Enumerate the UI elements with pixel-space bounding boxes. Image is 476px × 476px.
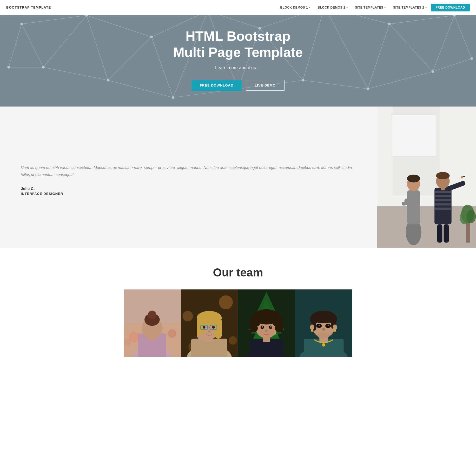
chevron-down-icon: ▾ bbox=[425, 6, 427, 9]
chevron-down-icon: ▾ bbox=[309, 6, 310, 9]
svg-point-85 bbox=[148, 310, 156, 319]
svg-point-111 bbox=[197, 334, 206, 340]
svg-rect-86 bbox=[149, 335, 155, 340]
about-left: Nam ac quam eu nibh varius consectetur. … bbox=[0, 107, 377, 248]
svg-point-161 bbox=[322, 328, 325, 331]
navbar-nav: BLOCK DEMOS 1 ▾ BLOCK DEMOS 2 ▾ SITE TEM… bbox=[277, 4, 470, 11]
svg-point-159 bbox=[319, 325, 320, 326]
about-person-name: Julie C. bbox=[21, 186, 362, 191]
svg-point-48 bbox=[470, 57, 473, 60]
svg-point-38 bbox=[388, 23, 391, 25]
hero-subtitle: Learn more about us.... bbox=[173, 65, 303, 70]
nav-block-demos-2[interactable]: BLOCK DEMOS 2 ▾ bbox=[315, 4, 351, 11]
team-grid bbox=[124, 289, 352, 357]
about-image-svg bbox=[377, 107, 476, 248]
navbar-brand[interactable]: BOOTSTRAP TEMPLATE bbox=[6, 5, 51, 9]
about-quote: Nam ac quam eu nibh varius consectetur. … bbox=[21, 164, 362, 178]
svg-point-151 bbox=[310, 314, 318, 324]
nav-site-templates-2[interactable]: SITE TEMPLATES 2 ▾ bbox=[390, 4, 430, 11]
hero-live-demo-button[interactable]: LIVE DEMO bbox=[246, 80, 285, 91]
svg-rect-64 bbox=[434, 195, 451, 197]
team-member-2 bbox=[181, 289, 238, 357]
svg-rect-73 bbox=[441, 186, 445, 190]
team-section: Our team bbox=[0, 248, 476, 367]
svg-point-108 bbox=[203, 326, 206, 329]
svg-point-156 bbox=[334, 330, 336, 332]
svg-rect-74 bbox=[466, 222, 470, 243]
svg-point-46 bbox=[431, 70, 434, 73]
svg-point-42 bbox=[172, 96, 174, 99]
svg-point-145 bbox=[322, 343, 325, 347]
svg-point-94 bbox=[229, 336, 237, 345]
svg-point-47 bbox=[7, 66, 10, 69]
about-image bbox=[377, 107, 476, 248]
svg-point-72 bbox=[436, 172, 449, 179]
svg-point-45 bbox=[367, 88, 369, 90]
svg-point-139 bbox=[270, 326, 272, 327]
svg-rect-63 bbox=[434, 191, 451, 193]
team-member-4 bbox=[295, 289, 352, 357]
nav-block-demos-1[interactable]: BLOCK DEMOS 1 ▾ bbox=[277, 4, 314, 11]
hero-free-download-button[interactable]: FREE DOWNLOAD bbox=[191, 80, 242, 91]
hero-content: HTML Bootstrap Multi Page Template Learn… bbox=[173, 28, 303, 91]
svg-point-133 bbox=[253, 311, 262, 320]
svg-point-32 bbox=[20, 23, 23, 25]
nav-site-templates[interactable]: SITE TEMPLATES ▾ bbox=[352, 4, 389, 11]
svg-rect-62 bbox=[434, 188, 451, 224]
svg-point-41 bbox=[107, 79, 109, 82]
svg-rect-55 bbox=[407, 190, 420, 224]
navbar: BOOTSTRAP TEMPLATE BLOCK DEMOS 1 ▾ BLOCK… bbox=[0, 0, 476, 15]
svg-rect-67 bbox=[434, 208, 451, 210]
svg-rect-65 bbox=[434, 199, 451, 201]
svg-point-88 bbox=[168, 329, 176, 338]
svg-point-154 bbox=[333, 325, 337, 330]
svg-point-57 bbox=[407, 175, 420, 182]
svg-point-110 bbox=[208, 330, 211, 332]
hero-section: HTML Bootstrap Multi Page Template Learn… bbox=[0, 15, 476, 107]
svg-rect-61 bbox=[444, 224, 449, 243]
team-section-title: Our team bbox=[5, 266, 471, 279]
svg-point-109 bbox=[212, 326, 215, 329]
svg-point-153 bbox=[310, 325, 314, 330]
svg-point-160 bbox=[328, 325, 329, 326]
svg-point-138 bbox=[262, 326, 263, 327]
team-member-1 bbox=[124, 289, 181, 357]
svg-point-155 bbox=[311, 330, 313, 332]
nav-free-download-button[interactable]: FREE DOWNLOAD bbox=[431, 4, 470, 11]
svg-point-152 bbox=[329, 314, 337, 324]
hero-title: HTML Bootstrap Multi Page Template bbox=[173, 28, 303, 61]
svg-rect-53 bbox=[377, 206, 476, 248]
svg-point-162 bbox=[317, 332, 330, 339]
svg-point-134 bbox=[271, 311, 280, 320]
hero-buttons: FREE DOWNLOAD LIVE DEMO bbox=[173, 80, 303, 91]
svg-point-87 bbox=[129, 332, 139, 342]
chevron-down-icon: ▾ bbox=[346, 6, 348, 9]
svg-point-132 bbox=[275, 324, 283, 332]
svg-rect-66 bbox=[434, 203, 451, 206]
svg-point-135 bbox=[262, 309, 271, 318]
svg-point-89 bbox=[124, 339, 131, 346]
svg-point-140 bbox=[265, 330, 268, 332]
svg-point-40 bbox=[42, 66, 45, 69]
svg-point-93 bbox=[183, 311, 193, 321]
svg-point-92 bbox=[219, 295, 233, 309]
svg-rect-52 bbox=[391, 114, 436, 156]
svg-point-77 bbox=[466, 210, 476, 223]
team-member-3 bbox=[238, 289, 295, 357]
svg-rect-70 bbox=[463, 176, 465, 177]
about-section: Nam ac quam eu nibh varius consectetur. … bbox=[0, 107, 476, 248]
svg-rect-60 bbox=[437, 224, 442, 243]
svg-point-131 bbox=[249, 324, 258, 332]
svg-point-34 bbox=[150, 36, 153, 38]
chevron-down-icon: ▾ bbox=[384, 6, 386, 9]
about-person-title: INTERFACE DESIGNER bbox=[21, 192, 362, 196]
